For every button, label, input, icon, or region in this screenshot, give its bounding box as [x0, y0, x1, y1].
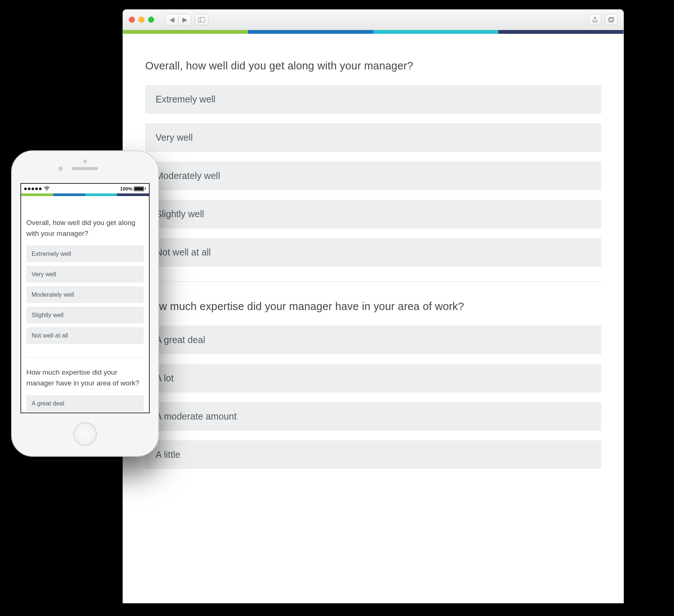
svg-point-4 [46, 190, 47, 191]
nav-arrow-group: ◀ ▶ [165, 14, 191, 26]
answer-list: A great deal A lot A moderate amount A l… [145, 326, 601, 469]
answer-option[interactable]: Very well [26, 266, 144, 283]
close-window-button[interactable] [129, 17, 135, 23]
brand-color-1 [123, 30, 248, 34]
window-controls [129, 17, 154, 23]
survey-page-mobile: Overall, how well did you get along with… [21, 196, 149, 413]
question-text: Overall, how well did you get along with… [145, 60, 601, 72]
answer-option[interactable]: A moderate amount [145, 402, 601, 431]
battery-icon [134, 186, 144, 191]
question-text: How much expertise did your manager have… [26, 367, 144, 388]
survey-page-desktop: Overall, how well did you get along with… [123, 34, 623, 484]
answer-option[interactable]: Moderately well [26, 286, 144, 303]
minimize-window-button[interactable] [139, 17, 144, 23]
share-icon [592, 17, 598, 23]
wifi-icon [44, 186, 50, 191]
signal-strength-icon [24, 188, 42, 190]
svg-rect-0 [198, 17, 205, 22]
titlebar-right-controls [589, 14, 618, 25]
brand-color-1 [21, 193, 53, 196]
battery-text: 100% [120, 186, 132, 192]
phone-sensor [83, 160, 87, 163]
question-block-1: Overall, how well did you get along with… [145, 60, 601, 282]
answer-option[interactable]: Not well at all [145, 238, 601, 267]
back-button[interactable]: ◀ [166, 14, 178, 25]
question-block-1: Overall, how well did you get along with… [26, 218, 144, 358]
phone-earpiece [72, 167, 98, 170]
answer-option[interactable]: Very well [145, 123, 601, 152]
answer-list: Extremely well Very well Moderately well… [26, 245, 144, 344]
question-text: Overall, how well did you get along with… [26, 218, 144, 239]
sidebar-icon [198, 17, 205, 22]
sidebar-toggle-button[interactable] [195, 14, 208, 25]
phone-camera [58, 166, 63, 171]
brand-color-4 [498, 30, 623, 34]
phone-device: 100% Overall, how well did you get along… [11, 150, 159, 457]
browser-titlebar: ◀ ▶ [123, 10, 623, 30]
question-text: How much expertise did your manager have… [145, 300, 601, 313]
home-button[interactable] [73, 422, 97, 446]
share-button[interactable] [589, 14, 601, 25]
answer-option[interactable]: Not well at all [26, 327, 144, 344]
brand-color-3 [373, 30, 498, 34]
brand-color-strip [123, 30, 623, 34]
phone-top-bezel [12, 151, 158, 183]
answer-option[interactable]: Slightly well [26, 307, 144, 323]
answer-option[interactable]: Extremely well [145, 85, 601, 114]
answer-option[interactable]: Extremely well [26, 245, 144, 262]
answer-option[interactable]: Moderately well [145, 162, 601, 190]
tabs-icon [608, 17, 614, 22]
brand-color-2 [53, 193, 85, 196]
phone-screen: 100% Overall, how well did you get along… [20, 183, 150, 413]
svg-rect-3 [610, 17, 614, 21]
brand-color-4 [117, 193, 149, 196]
answer-option[interactable]: A little [145, 440, 601, 469]
tabs-button[interactable] [605, 14, 618, 25]
brand-color-strip-mobile [21, 193, 149, 196]
battery-indicator: 100% [120, 186, 146, 192]
phone-status-bar: 100% [21, 184, 149, 193]
answer-list: A great deal [26, 395, 144, 412]
answer-option[interactable]: Slightly well [145, 200, 601, 228]
question-block-2: How much expertise did your manager have… [145, 300, 601, 484]
answer-option[interactable]: A great deal [26, 395, 144, 412]
brand-color-3 [85, 193, 117, 196]
browser-window: ◀ ▶ [123, 9, 624, 603]
answer-list: Extremely well Very well Moderately well… [145, 85, 601, 267]
maximize-window-button[interactable] [148, 17, 154, 23]
answer-option[interactable]: A great deal [145, 326, 601, 354]
question-block-2: How much expertise did your manager have… [26, 367, 144, 413]
answer-option[interactable]: A lot [145, 364, 601, 392]
forward-button[interactable]: ▶ [178, 14, 191, 25]
brand-color-2 [248, 30, 373, 34]
